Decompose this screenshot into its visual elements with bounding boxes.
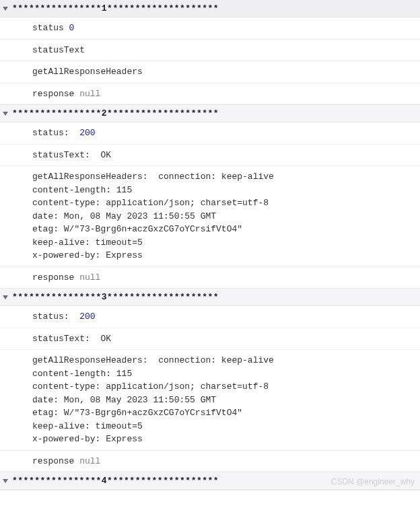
log-line: status: 200 [0,122,420,145]
disclosure-triangle-icon[interactable] [3,7,8,11]
group-header-text: ****************3******************** [12,292,219,302]
log-key: getAllResponseHeaders: [32,355,158,365]
log-value: null [79,87,100,101]
log-value: 200 [79,126,95,140]
log-line: getAllResponseHeaders [0,61,420,83]
log-key: response [32,455,79,468]
group-header-text: ****************1******************** [12,3,219,13]
disclosure-triangle-icon[interactable] [3,295,8,299]
log-group: ****************1********************sta… [0,0,420,105]
log-line: getAllResponseHeaders: connection: keep-… [0,350,420,451]
log-key: response [32,87,79,101]
log-group: ****************3********************sta… [0,289,420,472]
log-line: statusText: OK [0,328,420,351]
log-line: response null [0,267,420,289]
log-value: OK [100,149,111,162]
log-group: ****************2********************sta… [0,105,420,289]
log-key: response [32,271,79,285]
log-multiline: getAllResponseHeaders: connection: keep-… [32,354,274,446]
log-group-header[interactable]: ****************2******************** [0,105,420,122]
log-line: response null [0,83,420,105]
log-line: status: 200 [0,306,420,328]
disclosure-triangle-icon[interactable] [3,479,8,483]
log-key: statusText: [32,332,100,346]
log-group-header[interactable]: ****************4******************** [0,472,420,490]
log-multiline: getAllResponseHeaders: connection: keep-… [32,170,274,262]
log-line: status 0 [0,17,420,40]
group-header-text: ****************4******************** [12,476,219,486]
log-value: 0 [69,22,75,35]
log-line: statusText: OK [0,145,420,167]
log-key: status: [32,310,79,324]
log-line: statusText [0,40,420,62]
log-line: response null [0,451,420,472]
log-key: statusText: [32,149,100,162]
log-value: connection: keep-alive content-length: 1… [32,355,274,444]
log-value: OK [100,332,111,346]
log-group-header[interactable]: ****************1******************** [0,0,420,17]
log-value: null [79,271,100,285]
log-group-header[interactable]: ****************3******************** [0,289,420,306]
log-line: getAllResponseHeaders: connection: keep-… [0,166,420,267]
console-log-panel: ****************1********************sta… [0,0,420,490]
log-key: statusText [32,44,85,57]
log-key: getAllResponseHeaders: [32,172,158,182]
log-key: getAllResponseHeaders [32,65,143,79]
log-key: status: [32,126,79,140]
log-key: status [32,22,69,35]
disclosure-triangle-icon[interactable] [3,112,8,116]
group-header-text: ****************2******************** [12,108,219,118]
log-value: connection: keep-alive content-length: 1… [32,172,274,260]
log-value: null [79,455,100,468]
log-value: 200 [79,310,95,324]
log-group: ****************4******************** [0,472,420,490]
